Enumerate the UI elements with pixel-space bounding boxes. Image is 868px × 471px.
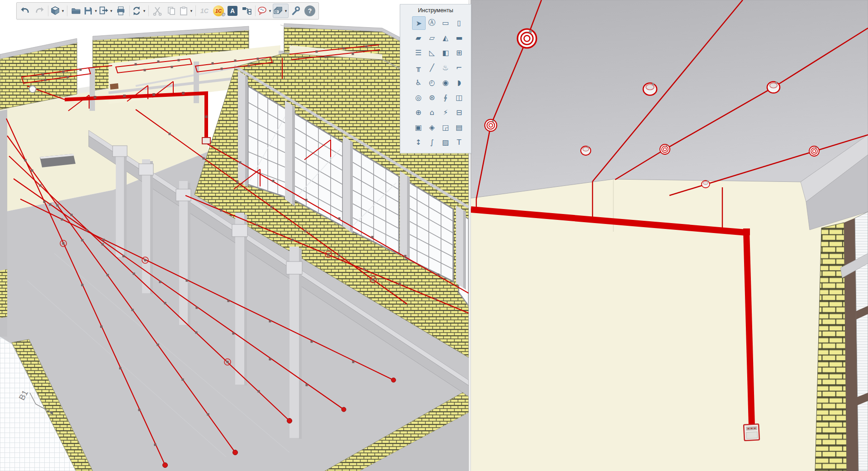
- axis-line-tool[interactable]: ╱: [426, 61, 438, 74]
- dropdown-arrow-icon[interactable]: ▾: [61, 9, 65, 13]
- opening-tool[interactable]: ▤: [453, 121, 465, 133]
- electrical-device-icon: ⚡: [443, 108, 448, 117]
- solid-geometry-tool[interactable]: ◈: [426, 121, 438, 133]
- axis-line-icon: ╱: [430, 63, 434, 72]
- electrical-panel-tool[interactable]: ▣: [412, 121, 425, 133]
- tools-panel: Инструменты ➤Ⓐ▭▯▰▱◭▬☰◺◧⊞╥╱♨⌐♿◴◉◗◎⊛∮◫⊕⌂⚡⊟…: [400, 4, 471, 153]
- tools-panel-title: Инструменты: [400, 5, 471, 14]
- comments-button[interactable]: ▾: [257, 4, 272, 18]
- help-button[interactable]: ?: [303, 4, 317, 18]
- open-button[interactable]: [69, 4, 83, 18]
- socket-tool[interactable]: ⊟: [453, 106, 465, 119]
- plumbing-fixture-tool[interactable]: ♨: [439, 61, 452, 74]
- door-lintel: [110, 83, 119, 90]
- plumbing-equipment-tool[interactable]: ◎: [412, 91, 425, 104]
- ramp-tool[interactable]: ◺: [426, 46, 438, 59]
- toolbar-separator: [255, 5, 256, 16]
- printer-icon: [116, 6, 126, 16]
- dropdown-arrow-icon[interactable]: ▾: [109, 9, 114, 13]
- undo-button[interactable]: [19, 4, 32, 18]
- ventilation-equipment-tool[interactable]: ◴: [426, 76, 438, 89]
- print-button[interactable]: [114, 4, 128, 18]
- luminaire-icon: ⌂: [430, 108, 434, 117]
- duct-tool[interactable]: ◫: [453, 91, 465, 104]
- beam-icon: ▬: [455, 33, 462, 42]
- dropdown-arrow-icon[interactable]: ▾: [94, 9, 98, 13]
- fan-tool[interactable]: ⊛: [426, 91, 438, 104]
- pipe-accessory-tool[interactable]: ∮: [439, 91, 452, 104]
- object-by-style-icon: Ⓐ: [428, 18, 436, 28]
- dropdown-arrow-icon[interactable]: ▾: [284, 9, 288, 13]
- dropdown-arrow-icon[interactable]: ▾: [268, 9, 272, 13]
- copy-button[interactable]: [165, 4, 178, 18]
- help-icon: ?: [304, 5, 315, 16]
- air-distributor-icon: ◉: [442, 78, 449, 87]
- left-3d-viewport[interactable]: В1: [0, 0, 469, 471]
- clipboard-icon: [179, 6, 189, 16]
- pipe-accessory-icon: ∮: [444, 93, 447, 102]
- floor-tool[interactable]: ▰: [412, 31, 425, 44]
- column-icon: ▯: [457, 19, 461, 27]
- pipe-fitting-tool[interactable]: ◗: [453, 76, 465, 89]
- solid-geometry-icon: ◈: [429, 123, 435, 132]
- plumbing-fixture-icon: ♨: [442, 63, 449, 72]
- door-icon: ◧: [442, 48, 449, 57]
- model-structure-button[interactable]: [240, 4, 253, 18]
- save-button[interactable]: ▾: [83, 4, 98, 18]
- beam-tool[interactable]: ▬: [453, 31, 465, 44]
- text-tool[interactable]: T: [453, 136, 465, 148]
- duct-fitting-tool[interactable]: ⌐: [453, 61, 465, 74]
- select-tool[interactable]: ➤: [412, 16, 426, 30]
- alarm-junction-box[interactable]: [202, 138, 210, 144]
- toolbar-separator: [48, 5, 48, 16]
- railing-tool[interactable]: ╥: [412, 61, 425, 74]
- one-c-icon: 1С: [200, 7, 209, 14]
- export-button[interactable]: ▾: [99, 4, 114, 18]
- railing-icon: ╥: [416, 63, 421, 72]
- dropdown-arrow-icon[interactable]: ▾: [189, 9, 194, 13]
- far-window[interactable]: [815, 212, 868, 471]
- settings-button[interactable]: [289, 4, 303, 18]
- sync-1c-button[interactable]: 1С⚙: [212, 4, 225, 18]
- redo-button[interactable]: [33, 4, 46, 18]
- pump-tool[interactable]: ⊕: [412, 106, 425, 119]
- cut-button[interactable]: [151, 4, 164, 18]
- fire-alarm-panel[interactable]: [744, 424, 759, 441]
- luminaire-tool[interactable]: ⌂: [426, 106, 438, 119]
- stairs-tool[interactable]: ☰: [412, 46, 425, 59]
- curve-icon: ∫: [430, 138, 434, 147]
- fan-icon: ⊛: [429, 93, 435, 102]
- paste-button[interactable]: ▾: [179, 4, 194, 18]
- sounder-device[interactable]: [29, 86, 36, 93]
- west-wall[interactable]: [0, 109, 7, 337]
- electrical-device-tool[interactable]: ⚡: [439, 106, 452, 119]
- window-layout-button[interactable]: ▾: [273, 4, 289, 18]
- object-by-style-tool[interactable]: Ⓐ: [426, 16, 438, 29]
- hatch-tool[interactable]: ▨: [439, 136, 452, 148]
- toolbar-separator: [148, 5, 149, 16]
- sanitary-equipment-tool[interactable]: ♿: [412, 76, 425, 89]
- curve-tool[interactable]: ∫: [426, 136, 438, 148]
- electrical-panel-icon: ▣: [415, 123, 422, 132]
- door-tool[interactable]: ◧: [439, 46, 452, 59]
- window-tool[interactable]: ⊞: [453, 46, 465, 59]
- column-tool[interactable]: ▯: [453, 16, 465, 29]
- export-1c-button[interactable]: 1С: [198, 4, 211, 18]
- air-distributor-tool[interactable]: ◉: [439, 76, 452, 89]
- sync-button[interactable]: ▾: [132, 4, 147, 18]
- assembly-tool[interactable]: ◲: [439, 121, 452, 133]
- pump-icon: ⊕: [415, 108, 421, 117]
- stairs-icon: ☰: [415, 48, 422, 57]
- undo-icon: [20, 6, 30, 16]
- letter-a-icon: A: [228, 6, 237, 16]
- dimension-tool[interactable]: ↕: [412, 136, 425, 148]
- right-3d-viewport[interactable]: [471, 0, 868, 471]
- cube-icon: [50, 6, 60, 16]
- ceiling-tool[interactable]: ▱: [426, 31, 438, 44]
- roof-tool[interactable]: ◭: [439, 31, 452, 44]
- view-3d-button[interactable]: ▾: [50, 4, 65, 18]
- dimension-icon: ↕: [415, 138, 421, 147]
- object-styles-button[interactable]: A: [226, 4, 239, 18]
- dropdown-arrow-icon[interactable]: ▾: [142, 9, 147, 13]
- wall-tool[interactable]: ▭: [439, 16, 452, 29]
